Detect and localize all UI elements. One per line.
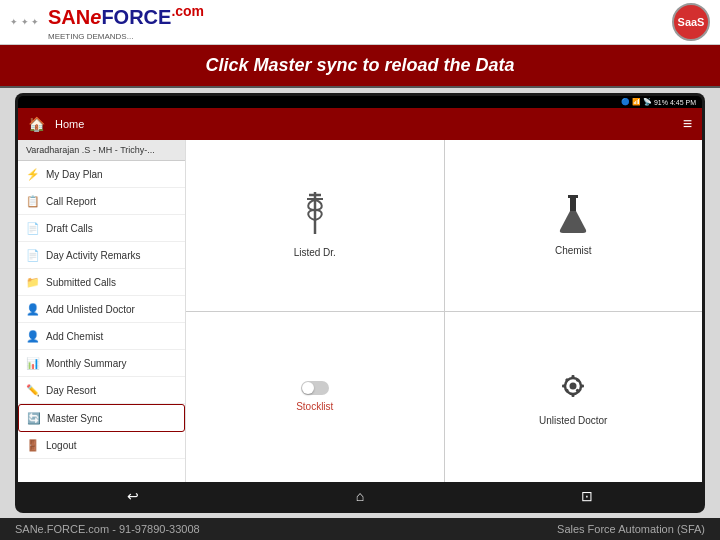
device: 🔵 📶 📡 91% 4:45 PM 🏠 Home ≡ Varadharajan …: [15, 93, 705, 513]
svg-rect-9: [562, 385, 566, 388]
flask-icon: [558, 195, 588, 239]
hamburger-button[interactable]: ≡: [683, 115, 692, 133]
saas-badge: SaaS: [672, 3, 710, 41]
logo-subtitle: MEETING DEMANDS...: [48, 32, 204, 41]
bottom-nav: ↩ ⌂ ⊡: [18, 482, 702, 510]
stocklist-label: Stocklist: [296, 401, 333, 412]
listeddr-label: Listed Dr.: [294, 247, 336, 258]
back-button[interactable]: ↩: [107, 484, 159, 508]
sidebar-label-monthlysummary: Monthly Summary: [46, 358, 127, 369]
unlisteddoctor-label: Unlisted Doctor: [539, 415, 607, 426]
sidebar-label-dayactivity: Day Activity Remarks: [46, 250, 140, 261]
sidebar-label-mastersync: Master Sync: [47, 413, 103, 424]
grid-cell-chemist[interactable]: Chemist: [445, 140, 703, 311]
sidebar-label-mydayplan: My Day Plan: [46, 169, 103, 180]
outer-frame: ✦ ✦ ✦ SANeFORCE.com MEETING DEMANDS... S…: [0, 0, 720, 540]
add-user-icon: 👤: [26, 302, 40, 316]
recent-button[interactable]: ⊡: [561, 484, 613, 508]
folder-icon: 📁: [26, 275, 40, 289]
announcement-banner: Click Master sync to reload the Data: [0, 45, 720, 88]
home-icon: 🏠: [28, 116, 45, 132]
sidebar-item-monthlysummary[interactable]: 📊 Monthly Summary: [18, 350, 185, 377]
footer-right: Sales Force Automation (SFA): [557, 523, 705, 535]
sidebar-item-callreport[interactable]: 📋 Call Report: [18, 188, 185, 215]
toggle-switch[interactable]: [301, 381, 329, 395]
sidebar-item-addchemist[interactable]: 👤 Add Chemist: [18, 323, 185, 350]
sidebar-item-logout[interactable]: 🚪 Logout: [18, 432, 185, 459]
logo-decoration: ✦ ✦ ✦: [10, 17, 39, 27]
grid-cell-unlisteddoctor[interactable]: Unlisted Doctor: [445, 312, 703, 483]
clipboard-icon: 📋: [26, 194, 40, 208]
toggle-knob: [302, 382, 314, 394]
svg-rect-7: [572, 375, 575, 379]
sidebar-item-addunlisteddoctor[interactable]: 👤 Add Unlisted Doctor: [18, 296, 185, 323]
logo-area: ✦ ✦ ✦ SANeFORCE.com MEETING DEMANDS...: [10, 3, 204, 41]
logo-block: SANeFORCE.com MEETING DEMANDS...: [48, 3, 204, 41]
edit-icon: ✏️: [26, 383, 40, 397]
main-content: Varadharajan .S - MH - Trichy-... ⚡ My D…: [18, 140, 702, 482]
footer: SANe.FORCE.com - 91-97890-33008 Sales Fo…: [0, 518, 720, 540]
sidebar-label-draftcalls: Draft Calls: [46, 223, 93, 234]
bluetooth-icon: 🔵: [621, 98, 630, 106]
sidebar-label-addunlisteddoctor: Add Unlisted Doctor: [46, 304, 135, 315]
signal-icon: 📡: [643, 98, 652, 106]
announcement-text: Click Master sync to reload the Data: [205, 55, 514, 75]
chart-icon: 📊: [26, 356, 40, 370]
sidebar-label-submittedcalls: Submitted Calls: [46, 277, 116, 288]
sidebar-label-logout: Logout: [46, 440, 77, 451]
home-label[interactable]: Home: [55, 118, 84, 130]
logo-text: SANeFORCE.com: [48, 3, 204, 30]
svg-point-6: [570, 383, 577, 390]
caduceus-icon: [297, 192, 333, 241]
chemist-add-icon: 👤: [26, 329, 40, 343]
battery-level: 91%: [654, 99, 668, 106]
lightning-icon: ⚡: [26, 167, 40, 181]
grid-cell-listeddr[interactable]: Listed Dr.: [186, 140, 444, 311]
draft-icon: 📄: [26, 221, 40, 235]
chemist-label: Chemist: [555, 245, 592, 256]
device-frame: 🔵 📶 📡 91% 4:45 PM 🏠 Home ≡ Varadharajan …: [0, 88, 720, 518]
sidebar-item-mastersync[interactable]: 🔄 Master Sync: [18, 404, 185, 432]
grid-cell-stocklist[interactable]: Stocklist: [186, 312, 444, 483]
sidebar-label-addchemist: Add Chemist: [46, 331, 103, 342]
logout-icon: 🚪: [26, 438, 40, 452]
sidebar-profile: Varadharajan .S - MH - Trichy-...: [18, 140, 185, 161]
svg-rect-4: [568, 195, 578, 198]
content-grid: Listed Dr. Chemist: [186, 140, 702, 482]
status-bar: 🔵 📶 📡 91% 4:45 PM: [18, 96, 702, 108]
top-bar: ✦ ✦ ✦ SANeFORCE.com MEETING DEMANDS... S…: [0, 0, 720, 45]
sidebar-item-mydayplan[interactable]: ⚡ My Day Plan: [18, 161, 185, 188]
svg-rect-8: [572, 393, 575, 397]
sidebar-item-dayactivity[interactable]: 📄 Day Activity Remarks: [18, 242, 185, 269]
sidebar-label-dayresort: Day Resort: [46, 385, 96, 396]
home-button[interactable]: ⌂: [336, 484, 384, 508]
sidebar-item-dayresort[interactable]: ✏️ Day Resort: [18, 377, 185, 404]
activity-icon: 📄: [26, 248, 40, 262]
app-header: 🏠 Home ≡: [18, 108, 702, 140]
sidebar-item-submittedcalls[interactable]: 📁 Submitted Calls: [18, 269, 185, 296]
wifi-icon: 📶: [632, 98, 641, 106]
sidebar-item-draftcalls[interactable]: 📄 Draft Calls: [18, 215, 185, 242]
sync-icon: 🔄: [27, 411, 41, 425]
svg-rect-10: [580, 385, 584, 388]
clock: 4:45 PM: [670, 99, 696, 106]
sidebar: Varadharajan .S - MH - Trichy-... ⚡ My D…: [18, 140, 186, 482]
sidebar-label-callreport: Call Report: [46, 196, 96, 207]
gear-person-icon: [554, 367, 592, 409]
footer-left: SANe.FORCE.com - 91-97890-33008: [15, 523, 200, 535]
status-icons: 🔵 📶 📡 91% 4:45 PM: [621, 98, 696, 106]
